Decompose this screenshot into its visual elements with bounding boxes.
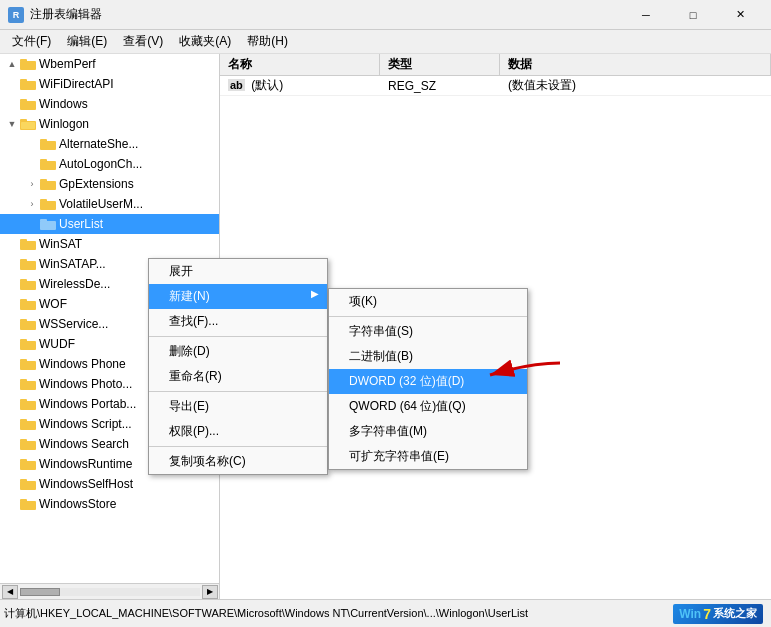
- sub-menu[interactable]: 项(K) 字符串值(S) 二进制值(B) DWORD (32 位)值(D) QW…: [328, 288, 528, 470]
- arrow-icon: ›: [24, 199, 40, 209]
- folder-icon: [40, 138, 56, 150]
- reg-data: (数值未设置): [500, 77, 771, 94]
- folder-icon: [20, 238, 36, 250]
- svg-rect-16: [40, 199, 47, 202]
- svg-rect-3: [20, 79, 27, 82]
- svg-rect-4: [20, 101, 36, 110]
- menu-favorites[interactable]: 收藏夹(A): [171, 31, 239, 52]
- svg-rect-43: [20, 481, 36, 490]
- svg-rect-9: [40, 141, 56, 150]
- tree-label: WirelessDe...: [39, 277, 110, 291]
- svg-rect-23: [20, 281, 36, 290]
- ctx-export[interactable]: 导出(E): [149, 394, 327, 419]
- svg-rect-46: [20, 499, 27, 502]
- folder-icon: [40, 198, 56, 210]
- tree-item-wbemperf[interactable]: ▲ WbemPerf: [0, 54, 219, 74]
- ctx-new[interactable]: 新建(N): [149, 284, 327, 309]
- tree-item-userlist[interactable]: UserList: [0, 214, 219, 234]
- menu-help[interactable]: 帮助(H): [239, 31, 296, 52]
- ctx-separator-3: [149, 446, 327, 447]
- folder-icon: [20, 98, 36, 110]
- sub-item-string[interactable]: 字符串值(S): [329, 319, 527, 344]
- sub-item-key[interactable]: 项(K): [329, 289, 527, 314]
- menu-view[interactable]: 查看(V): [115, 31, 171, 52]
- tree-label: WinSAT: [39, 237, 82, 251]
- folder-icon: [40, 178, 56, 190]
- context-menu[interactable]: 展开 新建(N) 查找(F)... 删除(D) 重命名(R) 导出(E) 权限(…: [148, 258, 328, 475]
- title-bar: R 注册表编辑器 ─ □ ✕: [0, 0, 771, 30]
- reg-name: ab (默认): [220, 77, 380, 94]
- folder-icon: [20, 258, 36, 270]
- arrow-icon: ▲: [4, 59, 20, 69]
- tree-item-autologonch[interactable]: AutoLogonCh...: [0, 154, 219, 174]
- sub-separator: [329, 316, 527, 317]
- tree-label: VolatileUserM...: [59, 197, 143, 211]
- status-logo: Win7系统之家: [647, 602, 767, 626]
- svg-rect-29: [20, 341, 36, 350]
- folder-icon: [20, 58, 36, 70]
- maximize-button[interactable]: □: [670, 0, 716, 30]
- tree-item-winsat[interactable]: WinSAT: [0, 234, 219, 254]
- close-button[interactable]: ✕: [717, 0, 763, 30]
- tree-scrollbar-x[interactable]: ◀ ▶: [0, 583, 220, 599]
- svg-rect-7: [20, 119, 27, 122]
- tree-label: Windows Photo...: [39, 377, 132, 391]
- sub-item-multistring[interactable]: 多字符串值(M): [329, 419, 527, 444]
- menu-bar: 文件(F) 编辑(E) 查看(V) 收藏夹(A) 帮助(H): [0, 30, 771, 54]
- registry-row-default[interactable]: ab (默认) REG_SZ (数值未设置): [220, 76, 771, 96]
- minimize-button[interactable]: ─: [623, 0, 669, 30]
- scroll-thumb[interactable]: [20, 588, 60, 596]
- scroll-right-btn[interactable]: ▶: [202, 585, 218, 599]
- ctx-permissions[interactable]: 权限(P)...: [149, 419, 327, 444]
- tree-label: Winlogon: [39, 117, 89, 131]
- sub-item-qword[interactable]: QWORD (64 位)值(Q): [329, 394, 527, 419]
- sub-item-binary[interactable]: 二进制值(B): [329, 344, 527, 369]
- tree-item-volatileuserm[interactable]: › VolatileUserM...: [0, 194, 219, 214]
- col-header-name: 名称: [220, 54, 380, 75]
- tree-label: WiFiDirectAPI: [39, 77, 114, 91]
- folder-icon: [20, 378, 36, 390]
- svg-rect-44: [20, 479, 27, 482]
- ctx-delete[interactable]: 删除(D): [149, 339, 327, 364]
- svg-rect-8: [21, 122, 35, 129]
- sub-item-dword[interactable]: DWORD (32 位)值(D): [329, 369, 527, 394]
- tree-label: Windows Portab...: [39, 397, 136, 411]
- tree-label: Windows Search: [39, 437, 129, 451]
- svg-rect-10: [40, 139, 47, 142]
- title-buttons: ─ □ ✕: [623, 0, 763, 30]
- reg-type: REG_SZ: [380, 79, 500, 93]
- ctx-rename[interactable]: 重命名(R): [149, 364, 327, 389]
- folder-icon: [20, 318, 36, 330]
- ctx-expand[interactable]: 展开: [149, 259, 327, 284]
- tree-label: WindowsSelfHost: [39, 477, 133, 491]
- tree-label: AlternateShe...: [59, 137, 138, 151]
- logo-badge: Win7系统之家: [673, 604, 763, 624]
- tree-item-winlogon[interactable]: ▼ Winlogon: [0, 114, 219, 134]
- tree-item-windowsstore[interactable]: WindowsStore: [0, 494, 219, 514]
- tree-item-windows[interactable]: Windows: [0, 94, 219, 114]
- menu-edit[interactable]: 编辑(E): [59, 31, 115, 52]
- ctx-copy-name[interactable]: 复制项名称(C): [149, 449, 327, 474]
- folder-icon: [20, 498, 36, 510]
- ctx-find[interactable]: 查找(F)...: [149, 309, 327, 334]
- tree-item-wifidirectapi[interactable]: WiFiDirectAPI: [0, 74, 219, 94]
- arrow-icon: ›: [24, 179, 40, 189]
- menu-file[interactable]: 文件(F): [4, 31, 59, 52]
- tree-label: WindowsRuntime: [39, 457, 132, 471]
- status-path: 计算机\HKEY_LOCAL_MACHINE\SOFTWARE\Microsof…: [4, 606, 647, 621]
- folder-icon: [40, 158, 56, 170]
- app-icon: R: [8, 7, 24, 23]
- tree-item-windowsselfhost[interactable]: WindowsSelfHost: [0, 474, 219, 494]
- tree-item-gpextensions[interactable]: › GpExtensions: [0, 174, 219, 194]
- tree-item-alternateshell[interactable]: AlternateShe...: [0, 134, 219, 154]
- svg-rect-27: [20, 321, 36, 330]
- scroll-left-btn[interactable]: ◀: [2, 585, 18, 599]
- svg-rect-11: [40, 161, 56, 170]
- sub-item-expandstring[interactable]: 可扩充字符串值(E): [329, 444, 527, 469]
- svg-rect-22: [20, 259, 27, 262]
- folder-icon: [20, 78, 36, 90]
- tree-label: Windows Script...: [39, 417, 132, 431]
- folder-icon: [20, 338, 36, 350]
- folder-icon: [20, 298, 36, 310]
- svg-rect-20: [20, 239, 27, 242]
